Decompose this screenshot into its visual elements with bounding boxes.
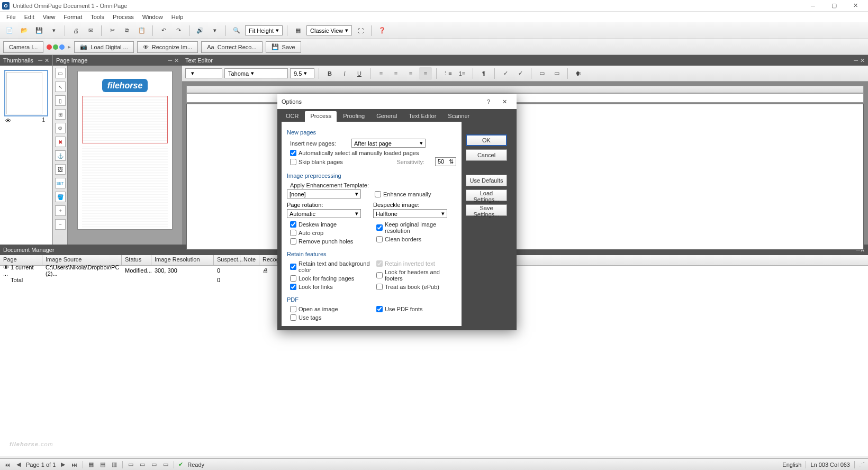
tab-texteditor[interactable]: Text Editor [403,111,441,122]
epub-checkbox[interactable] [376,284,383,290]
bullets-icon[interactable]: ⋮≡ [441,67,454,80]
set-tool-icon[interactable]: SET [55,178,66,188]
ok-button[interactable]: OK [466,134,507,146]
insert-pages-combo[interactable]: After last page▾ [351,139,426,148]
correct-button[interactable]: Aa Correct Reco... [201,41,262,53]
print-icon[interactable]: 🖨 [69,24,82,37]
mark2-icon[interactable]: ▭ [550,67,563,80]
nav-last-icon[interactable]: ⏭ [70,462,78,468]
zoomout-tool-icon[interactable]: － [55,219,66,230]
recognize-button[interactable]: 👁 Recognize Im... [137,41,198,53]
fill-tool-icon[interactable]: 🪣 [55,192,66,202]
paragraph-icon[interactable]: ¶ [477,67,490,80]
view-combo[interactable]: Classic View▾ [306,25,352,35]
tab-scanner[interactable]: Scanner [442,111,475,122]
headers-checkbox[interactable] [376,272,383,278]
layout-icon[interactable]: ▦ [292,24,304,37]
sensitivity-spinner[interactable]: 50⇅ [435,157,456,166]
workflow-save-button[interactable]: 💾 Save [266,41,301,53]
open-image-checkbox[interactable] [290,306,296,312]
use-tags-checkbox[interactable] [290,314,296,321]
keep-res-checkbox[interactable] [376,224,383,231]
texttospeech-dropdown-icon[interactable]: ▾ [209,24,221,37]
dialog-close-button[interactable]: ✕ [496,98,512,105]
undo-icon[interactable]: ↶ [157,24,170,37]
menu-view[interactable]: View [39,13,60,21]
align-justify-icon[interactable]: ≡ [419,67,432,80]
speech-icon[interactable]: 🗣 [572,67,585,80]
page-tool-icon[interactable]: ▭ [55,68,66,78]
col-suspect[interactable]: Suspect... [214,255,240,265]
deskew-checkbox[interactable] [290,221,296,228]
view4-icon[interactable]: ▭ [127,461,134,468]
email-icon[interactable]: ✉ [84,24,97,37]
nav-prev-icon[interactable]: ◀ [15,461,22,468]
view3-icon[interactable]: ▥ [111,461,118,468]
underline-icon[interactable]: U [353,67,366,80]
dialog-help-button[interactable]: ? [481,98,496,105]
enhance-manually-checkbox[interactable] [375,191,381,197]
pageimage-canvas[interactable]: filehorse [68,66,182,245]
close-button[interactable]: ✕ [845,0,866,12]
autocrop-checkbox[interactable] [290,230,296,236]
zoomin-tool-icon[interactable]: ＋ [55,205,66,216]
tab-ocr[interactable]: OCR [281,111,304,122]
texttospeech-icon[interactable]: 🔊 [194,24,206,37]
align-center-icon[interactable]: ≡ [390,67,402,80]
rect-tool-icon[interactable]: ▯ [55,95,66,106]
thumbnail-page-1[interactable]: 1 👁 [4,70,48,116]
copy-icon[interactable]: ⧉ [121,24,133,37]
maximize-button[interactable]: ▢ [824,0,845,12]
nav-first-icon[interactable]: ⏮ [3,462,11,468]
load-digital-button[interactable]: 📷 Load Digital ... [74,41,133,53]
zoom-icon[interactable]: 🔍 [230,24,243,37]
clean-borders-checkbox[interactable] [376,236,383,242]
minimize-button[interactable]: ─ [802,0,824,12]
menu-file[interactable]: File [2,13,20,21]
save-dropdown-icon[interactable]: ▾ [48,24,60,37]
view5-icon[interactable]: ▭ [139,461,146,468]
panel-close-icon[interactable]: ✕ [44,57,49,64]
align-left-icon[interactable]: ≡ [375,67,387,80]
open-icon[interactable]: 📂 [18,24,31,37]
save-settings-button[interactable]: Save Settings... [466,204,507,216]
camera-button[interactable]: Camera I... [3,41,43,53]
punch-checkbox[interactable] [290,238,296,245]
save-icon[interactable]: 💾 [33,24,46,37]
nav-next-icon[interactable]: ▶ [60,461,66,468]
mark-icon[interactable]: ▭ [536,67,548,80]
use-pdf-fonts-checkbox[interactable] [376,306,383,312]
enhancement-combo[interactable]: [none]▾ [287,189,361,198]
despeckle-combo[interactable]: Halftone▾ [373,209,447,218]
verify2-icon[interactable]: ✓ [514,67,527,80]
col-status[interactable]: Status [122,255,151,265]
panel-close-icon[interactable]: ✕ [174,57,179,64]
load-settings-button[interactable]: Load Settings... [466,189,507,201]
table-tool-icon[interactable]: ⊞ [55,109,66,120]
menu-tools[interactable]: Tools [86,13,108,21]
tab-process[interactable]: Process [305,111,337,122]
cut-icon[interactable]: ✂ [106,24,119,37]
menu-edit[interactable]: Edit [20,13,39,21]
view7-icon[interactable]: ▭ [162,461,169,468]
facing-checkbox[interactable] [290,275,296,282]
italic-icon[interactable]: I [338,67,351,80]
links-checkbox[interactable] [290,284,296,290]
panel-min-icon[interactable]: ─ [38,57,42,64]
font-combo[interactable]: Tahoma▾ [224,68,288,78]
redo-icon[interactable]: ↷ [172,24,185,37]
panel-close-icon[interactable]: ✕ [860,57,865,64]
new-icon[interactable]: 📄 [3,24,16,37]
verify-icon[interactable]: ✓ [499,67,512,80]
pointer-tool-icon[interactable]: ↖ [55,82,66,92]
bold-icon[interactable]: B [323,67,336,80]
menu-format[interactable]: Format [59,13,86,21]
help-icon[interactable]: ❓ [376,24,388,37]
align-right-icon[interactable]: ≡ [404,67,417,80]
resize-grip-icon[interactable]: ⋰ [859,461,865,468]
retain-text-checkbox[interactable] [290,264,296,270]
tab-proofing[interactable]: Proofing [338,111,370,122]
cancel-button[interactable]: Cancel [466,149,507,161]
style-combo[interactable]: ▾ [185,68,222,78]
view1-icon[interactable]: ▦ [87,461,95,468]
